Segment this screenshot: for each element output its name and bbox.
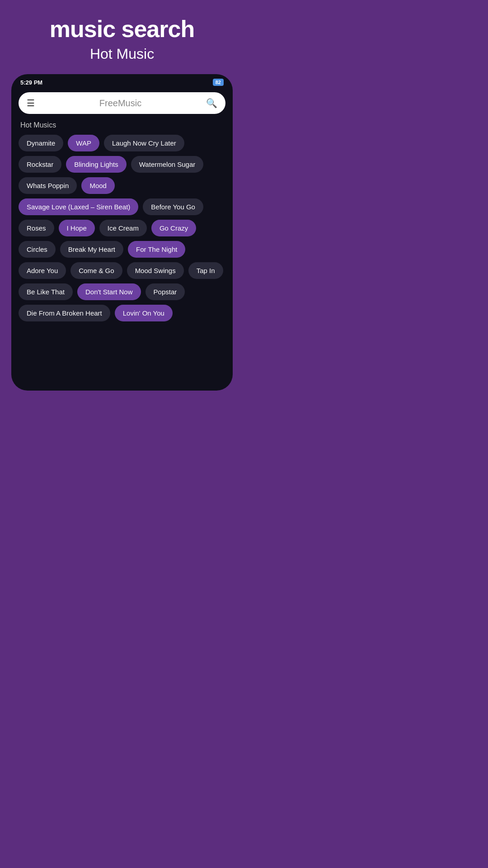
tag-item[interactable]: For The Night xyxy=(128,241,185,258)
tag-item[interactable]: Watermelon Sugar xyxy=(131,156,204,173)
section-label: Hot Musics xyxy=(11,119,233,135)
tag-item[interactable]: Mood xyxy=(81,177,115,194)
time-display: 5:29 PM xyxy=(20,79,42,86)
battery-icon: 82 xyxy=(213,79,224,86)
tag-item[interactable]: Adore You xyxy=(19,262,66,279)
tag-item[interactable]: Blinding Lights xyxy=(66,156,127,173)
search-bar[interactable]: ☰ FreeMusic 🔍 xyxy=(19,92,225,114)
page-header: music search Hot Music xyxy=(0,0,244,70)
app-name-label: FreeMusic xyxy=(40,98,201,108)
tag-item[interactable]: Ice Cream xyxy=(99,220,147,236)
tag-item[interactable]: Don't Start Now xyxy=(77,283,141,300)
tag-item[interactable]: Savage Love (Laxed – Siren Beat) xyxy=(19,198,138,215)
tag-item[interactable]: Circles xyxy=(19,241,56,258)
tag-item[interactable]: Die From A Broken Heart xyxy=(19,305,110,321)
status-bar: 5:29 PM 82 xyxy=(11,74,233,88)
tag-item[interactable]: Be Like That xyxy=(19,283,73,300)
tag-item[interactable]: I Hope xyxy=(59,220,95,236)
tag-item[interactable]: Tap In xyxy=(188,262,223,279)
tag-item[interactable]: Mood Swings xyxy=(127,262,184,279)
tag-item[interactable]: Whats Poppin xyxy=(19,177,77,194)
tag-item[interactable]: Popstar xyxy=(145,283,185,300)
tag-item[interactable]: Rockstar xyxy=(19,156,61,173)
tag-item[interactable]: Roses xyxy=(19,220,54,236)
tag-item[interactable]: Break My Heart xyxy=(60,241,123,258)
tag-item[interactable]: Before You Go xyxy=(143,198,203,215)
tag-item[interactable]: Come & Go xyxy=(70,262,122,279)
hamburger-icon[interactable]: ☰ xyxy=(27,98,35,108)
tag-item[interactable]: Lovin' On You xyxy=(115,305,173,321)
tags-container: DynamiteWAPLaugh Now Cry LaterRockstarBl… xyxy=(11,135,233,330)
tag-item[interactable]: Dynamite xyxy=(19,135,63,151)
page-subtitle: Hot Music xyxy=(9,46,235,62)
tag-item[interactable]: WAP xyxy=(68,135,99,151)
page-title: music search xyxy=(9,16,235,42)
phone-frame: 5:29 PM 82 ☰ FreeMusic 🔍 Hot Musics Dyna… xyxy=(11,74,233,391)
tag-item[interactable]: Go Crazy xyxy=(151,220,196,236)
search-icon[interactable]: 🔍 xyxy=(206,98,217,108)
tag-item[interactable]: Laugh Now Cry Later xyxy=(104,135,184,151)
